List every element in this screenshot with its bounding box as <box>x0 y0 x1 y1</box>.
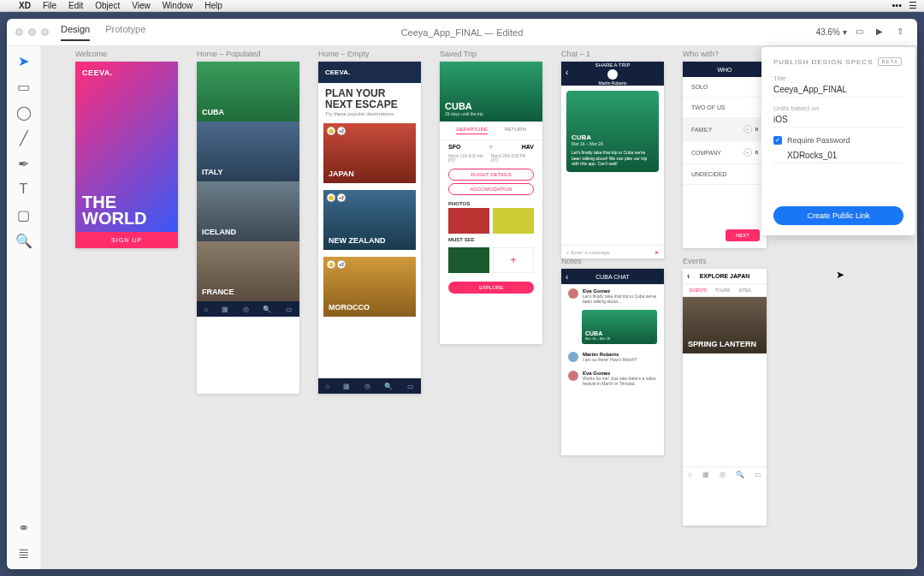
artboard-label[interactable]: Welcome <box>75 50 107 58</box>
destination-tile: 🙂+2NEW ZEALAND <box>323 190 416 250</box>
tab-design[interactable]: Design <box>61 24 90 41</box>
back-icon: ‹ <box>687 271 690 281</box>
artboard-label[interactable]: Events <box>683 257 707 265</box>
explore-button: EXPLORE <box>448 282 534 294</box>
zoom-dropdown[interactable]: 43.6%▾ <box>816 27 847 37</box>
artboard-welcome[interactable]: CEEVA. THE WORLD SIGN UP <box>75 62 178 248</box>
artboard-home-populated[interactable]: + CUBA ITALY ICELAND FRANCE ⌂▦◎🔍▭ <box>197 62 299 394</box>
event-tile: CHERRY BLOSSOM <box>683 353 767 410</box>
menu-file[interactable]: File <box>43 1 56 10</box>
attach-icon: + <box>566 250 570 255</box>
menu-view[interactable]: View <box>132 1 151 10</box>
option-family: FAMILY−8 <box>683 118 767 141</box>
accommodation-button: ACCOMODATION <box>448 183 534 195</box>
chevron-down-icon: ▾ <box>843 27 847 37</box>
device-preview-icon[interactable]: ▭ <box>856 27 868 39</box>
title-field[interactable]: Ceeya_App_FINAL <box>773 82 903 98</box>
artboard-label[interactable]: Home – Empty <box>318 50 370 58</box>
option-solo: SOLO <box>683 77 767 98</box>
rectangle-tool-icon[interactable]: ▭ <box>16 79 32 94</box>
plane-icon: ✈ <box>489 144 494 151</box>
back-icon: ‹ <box>566 272 568 282</box>
check-icon: ✓ <box>773 136 782 145</box>
artboard-label[interactable]: Who with? <box>683 50 719 58</box>
signup-button: SIGN UP <box>75 232 178 248</box>
artboard-label[interactable]: Home – Populated <box>197 50 261 58</box>
beta-badge: BETA <box>878 57 901 66</box>
zoom-tool-icon[interactable]: 🔍 <box>16 233 32 248</box>
artboard-label[interactable]: Saved Trip <box>440 50 477 58</box>
traffic-lights[interactable] <box>15 28 49 36</box>
add-icon: + <box>493 247 534 273</box>
destination-tile: CUBA <box>197 62 299 122</box>
menu-window[interactable]: Window <box>163 1 193 10</box>
macos-menubar: XD File Edit Object View Window Help •••… <box>0 0 924 12</box>
menubar-app[interactable]: XD <box>19 1 31 10</box>
send-icon: ➤ <box>654 249 659 255</box>
artboard-label[interactable]: Chat – 1 <box>561 50 590 58</box>
event-tile: TEA <box>683 410 767 466</box>
artboard-events[interactable]: ‹EXPLORE JAPAN EVENTSTOURSSITES SPRING L… <box>683 269 767 526</box>
option-company: COMPANY−8 <box>683 141 767 164</box>
back-icon: ‹ <box>566 68 568 77</box>
event-tile: SPRING LANTERN <box>683 297 767 353</box>
left-toolbar: ➤ ▭ ◯ ╱ ✒ T ▢ 🔍 ⚭ ≣ <box>7 46 41 569</box>
brand-logo: CEEVA. <box>75 62 178 84</box>
artboard-chat[interactable]: ‹SHARE A TRIPMartin Roberts CUBAMar 16 –… <box>561 62 664 258</box>
tab-bar: ⌂▦◎🔍▭ <box>318 378 421 394</box>
destination-tile: 🙂+2MOROCCO <box>323 257 416 317</box>
create-public-link-button[interactable]: Create Public Link <box>773 206 903 225</box>
layers-icon[interactable]: ≣ <box>16 545 32 561</box>
password-field[interactable]: XDRocks_01 <box>773 148 903 163</box>
hamburger-icon[interactable]: ☰ <box>909 0 917 11</box>
option-two: TWO OF US <box>683 98 767 118</box>
share-icon[interactable]: ⇧ <box>897 27 909 39</box>
text-tool-icon[interactable]: T <box>16 181 32 197</box>
artboard-tool-icon[interactable]: ▢ <box>16 207 32 223</box>
publish-panel: PUBLISH DESIGN SPECSBETA Title Ceeya_App… <box>761 47 915 235</box>
pen-tool-icon[interactable]: ✒ <box>16 156 32 171</box>
tab-prototype[interactable]: Prototype <box>105 24 145 41</box>
menu-edit[interactable]: Edit <box>68 1 83 10</box>
flight-details-button: FLIGHT DETAILS <box>448 169 534 181</box>
artboard-saved-trip[interactable]: CUBA29 days until the trip DEPARTURERETU… <box>440 62 542 344</box>
play-icon[interactable]: ▶ <box>876 27 888 39</box>
document-title: Ceeya_App_FINAL — Edited <box>401 27 524 38</box>
option-undecided: UNDECIDED <box>683 164 767 185</box>
artboard-home-empty[interactable]: CEEVA. PLAN YOUR NEXT ESCAPE + Try these… <box>318 62 421 394</box>
menu-object[interactable]: Object <box>95 1 120 10</box>
titlebar: Design Prototype Ceeya_App_FINAL — Edite… <box>7 19 917 46</box>
list-icon[interactable]: ••• <box>891 0 902 11</box>
artboard-notes[interactable]: ‹CUBA CHAT Eva GomezLet's finally take t… <box>561 269 664 455</box>
menu-help[interactable]: Help <box>204 1 222 10</box>
destination-tile: ITALY <box>197 122 299 181</box>
welcome-headline: THE WORLD <box>75 194 178 232</box>
panel-heading: PUBLISH DESIGN SPECS <box>773 58 873 66</box>
artboard-label[interactable]: Notes <box>561 257 582 265</box>
require-password-checkbox[interactable]: ✓Require Password <box>773 136 903 145</box>
artboard-who[interactable]: WHO SOLO TWO OF US FAMILY−8 COMPANY−8 UN… <box>683 62 767 248</box>
select-tool-icon[interactable]: ➤ <box>16 53 32 68</box>
units-field[interactable]: iOS <box>773 112 903 128</box>
next-button: NEXT <box>726 229 760 241</box>
ellipse-tool-icon[interactable]: ◯ <box>16 104 32 120</box>
destination-tile: 🙂+2JAPAN <box>323 123 416 183</box>
line-tool-icon[interactable]: ╱ <box>16 130 32 145</box>
assets-icon[interactable]: ⚭ <box>16 520 32 535</box>
tab-bar: ⌂▦◎🔍▭ <box>197 301 299 317</box>
destination-tile: FRANCE <box>197 241 299 301</box>
tab-bar: ⌂▦◎🔍▭ <box>683 466 767 482</box>
destination-tile: ICELAND <box>197 181 299 241</box>
